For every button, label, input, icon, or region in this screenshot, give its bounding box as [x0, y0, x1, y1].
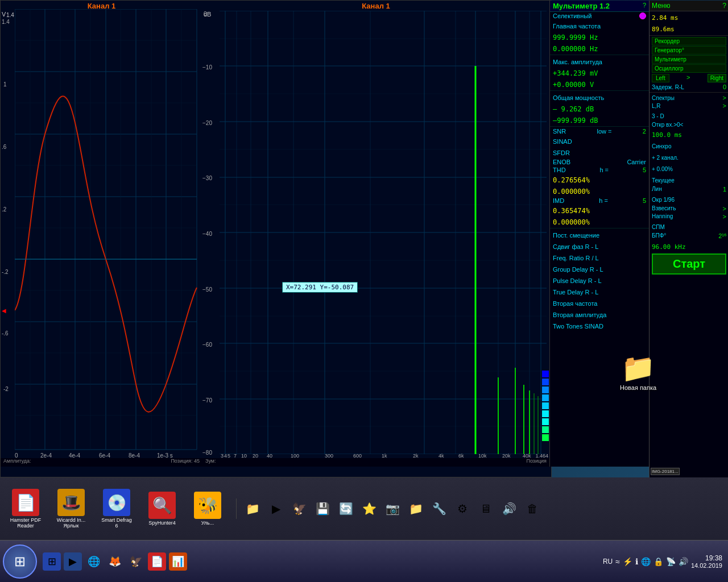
start-button-taskbar[interactable]: ⊞ — [3, 544, 37, 579]
app-icon-pdf[interactable]: 📄 Hamster PDFReader — [6, 489, 46, 529]
sy-label-60: −60 — [202, 342, 212, 348]
ql-refresh[interactable]: 🔄 — [336, 498, 356, 519]
osc-status-bar: Амплитуда: Позиция: 45 — [1, 458, 202, 467]
color-sq-1 — [542, 371, 549, 377]
ch2-label: + 2 канал. — [652, 155, 679, 161]
multimeter-btn[interactable]: Мультиметр — [652, 55, 726, 64]
ql-gear[interactable]: ⚙ — [452, 498, 473, 519]
snr-row: SNR low = 2 — [550, 127, 649, 135]
imd-val2-row: 0.000000% — [550, 216, 649, 227]
amp1-val: +344.239 mV — [553, 69, 598, 77]
oscilloscope-btn[interactable]: Осциллогр — [652, 64, 726, 73]
imd-val1-row: 0.365474% — [550, 205, 649, 216]
sy-label-20: −20 — [202, 120, 212, 126]
thd-val1: 0.276564% — [553, 176, 590, 184]
current-row: Текущее — [650, 174, 728, 185]
generator-btn[interactable]: Генератор° — [652, 46, 726, 55]
yl-icon-label: Уль... — [201, 520, 214, 526]
open-gt-label: Откр вх.>0< — [652, 122, 683, 128]
thd-label: THD — [553, 167, 566, 173]
tb-icon-7[interactable]: 📊 — [169, 552, 187, 571]
security-icon[interactable]: 🔒 — [653, 557, 663, 566]
volume-icon[interactable]: 🔊 — [679, 557, 688, 566]
recorder-btn[interactable]: Рекордер — [652, 37, 726, 45]
start-button[interactable]: Старт — [652, 253, 726, 275]
thd-h: h = — [599, 167, 609, 173]
sy-label-0: 0 — [204, 11, 207, 17]
div4 — [550, 228, 649, 228]
ql-star[interactable]: ⭐ — [359, 498, 379, 519]
3d-label: 3 - D — [652, 113, 664, 119]
info-icon[interactable]: ℹ — [635, 557, 638, 566]
ql-trash[interactable]: 🗑 — [522, 498, 543, 519]
globe-icon[interactable]: 🌐 — [641, 557, 651, 566]
wicard-icon-img: 🎩 — [57, 489, 85, 516]
left-btn[interactable]: Left — [652, 74, 669, 82]
enob-label: ENOB — [553, 159, 570, 165]
spectrum-grid-svg — [220, 11, 547, 454]
y-label-6: -.6 — [2, 330, 9, 336]
tb-icon-1[interactable]: ⊞ — [43, 552, 61, 571]
freq1-row: 999.9999 Hz — [550, 31, 649, 43]
phase-label: Сдвиг фаз R - L — [553, 243, 598, 250]
wicard-icon-label: Wicardd In...Ярлык — [57, 517, 86, 529]
tb-icon-3[interactable]: 🌐 — [85, 552, 103, 571]
color-sq-7 — [542, 418, 549, 425]
tb-icon-2[interactable]: ▶ — [64, 552, 82, 571]
yl-icon-img: 🐝 — [194, 492, 221, 519]
sy-label-50: −50 — [202, 286, 212, 293]
color-sq-9 — [542, 434, 549, 441]
okr-label: Окр 1/96 — [652, 197, 675, 203]
3d-row: 3 - D — [650, 110, 728, 121]
ql-save[interactable]: 💾 — [312, 498, 333, 519]
delay-value: 0 — [723, 84, 726, 90]
app-icon-defrag[interactable]: 💿 Smart Defrag6 — [97, 489, 136, 529]
imd-val1: 0.365474% — [553, 207, 590, 215]
weight-label: Взвесить — [652, 205, 676, 212]
ql-folder[interactable]: 📁 — [242, 498, 263, 519]
group-delay-row: Group Delay R - L — [550, 263, 649, 275]
weight-arrow: > — [723, 205, 726, 212]
true-delay-row: True Delay R - L — [550, 286, 649, 297]
app-icon-wicard[interactable]: 🎩 Wicardd In...Ярлык — [51, 489, 91, 529]
hanning-row: Hanning > — [650, 213, 728, 221]
lang-indicator[interactable]: RU — [603, 558, 613, 566]
bpf-row: БПФ° 2¹⁶ — [650, 232, 728, 240]
ql-monitor[interactable]: 🖥 — [475, 498, 496, 519]
tb-icon-6[interactable]: 📄 — [148, 552, 166, 571]
osc-grid — [15, 9, 217, 458]
second-freq-label: Вторая частота — [553, 300, 597, 307]
folder-label: Новая папка — [620, 384, 656, 391]
ql-tool[interactable]: 🔧 — [429, 498, 449, 519]
system-tray: RU ≈ ⚡ ℹ 🌐 🔒 📡 🔊 19:38 14.02.2019 — [597, 554, 728, 569]
color-squares — [541, 370, 549, 442]
osc-y-unit: V — [2, 11, 6, 18]
ql-yandex[interactable]: 🦅 — [289, 498, 309, 519]
ql-folder2[interactable]: 📁 — [406, 498, 426, 519]
color-sq-3 — [542, 386, 549, 393]
sinad-label: SINAD — [553, 138, 572, 145]
freq2-val: 0.000000 Hz — [553, 45, 598, 53]
amp2-row: +0.00000 V — [550, 78, 649, 90]
ql-play[interactable]: ▶ — [266, 498, 286, 519]
network-icon[interactable]: ≈ — [615, 557, 620, 566]
app-icon-yl[interactable]: 🐝 Уль... — [188, 492, 228, 526]
imd-val2: 0.000000% — [553, 218, 590, 226]
ql-camera[interactable]: 📷 — [382, 498, 403, 519]
spectra-row: Спектры > — [650, 94, 728, 102]
dc-offset-row: Пост. смещение — [550, 229, 649, 240]
power-icon[interactable]: ⚡ — [623, 557, 632, 566]
amp1-row: +344.239 mV — [550, 67, 649, 78]
app-icons-row: 📄 Hamster PDFReader 🎩 Wicardd In...Ярлык… — [0, 477, 728, 540]
signal-icon[interactable]: 📡 — [666, 557, 676, 566]
desktop-folder[interactable]: 📁 Новая папка — [620, 352, 656, 391]
spyhunter-icon-img: 🔍 — [148, 492, 176, 519]
tb-icon-4[interactable]: 🦊 — [106, 552, 124, 571]
y-label-5: -.2 — [2, 269, 9, 275]
power2-row: –999.999 dB — [550, 114, 649, 126]
app-icon-spyhunter[interactable]: 🔍 SpyHunter4 — [142, 492, 182, 526]
ql-sound[interactable]: 🔊 — [499, 498, 519, 519]
tb-icon-5[interactable]: 🦅 — [127, 552, 145, 571]
spectrum-status-left: Зум: — [205, 458, 216, 467]
right-btn[interactable]: Right — [708, 74, 726, 82]
